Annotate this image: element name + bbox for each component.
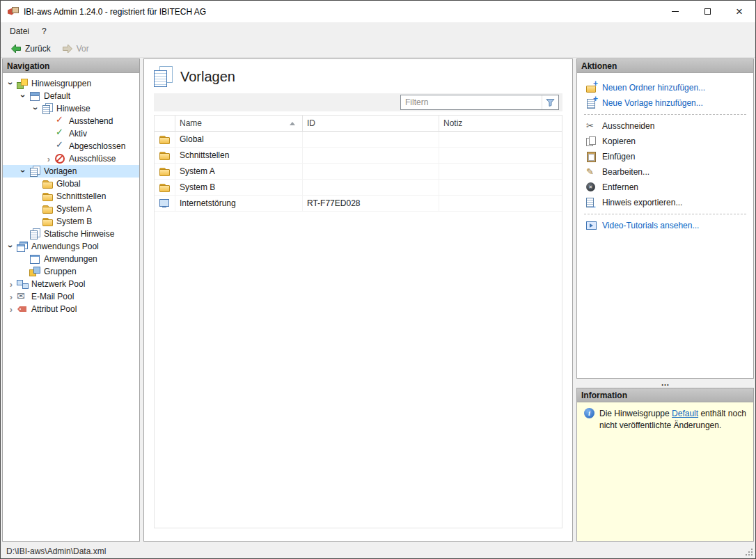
resize-grip[interactable] — [751, 554, 753, 556]
table-row-global[interactable]: Global — [155, 132, 562, 148]
templates-table: Name ID Notiz — [154, 115, 562, 528]
forward-button[interactable]: Vor — [58, 42, 93, 56]
column-label-name: Name — [180, 118, 202, 128]
folder-icon — [159, 150, 170, 161]
maximize-icon — [704, 8, 711, 15]
column-header-name[interactable]: Name — [175, 116, 303, 131]
table-row-system-a[interactable]: System A — [155, 164, 562, 180]
cell-notiz — [439, 148, 562, 163]
tree-item-label: E-Mail Pool — [29, 292, 76, 301]
filter-input[interactable] — [401, 96, 542, 109]
tree-item-default[interactable]: Default — [3, 90, 139, 102]
default-group-link[interactable]: Default — [672, 409, 698, 418]
tree-item-attribut-pool[interactable]: Attribut Pool — [3, 303, 139, 315]
minimize-button[interactable] — [659, 1, 691, 22]
tree-item-email-pool[interactable]: E-Mail Pool — [3, 290, 139, 303]
tree-item-abgeschlossen[interactable]: Abgeschlossen — [3, 140, 139, 152]
actions-header: Aktionen — [576, 58, 754, 72]
filter-funnel-icon[interactable] — [542, 95, 558, 109]
table-row-schnittstellen[interactable]: Schnittstellen — [155, 148, 562, 164]
tree-item-global[interactable]: Global — [3, 178, 139, 190]
action-cut[interactable]: Ausschneiden — [577, 118, 753, 134]
action-label: Einfügen — [602, 152, 635, 162]
video-icon — [585, 220, 597, 231]
email-pool-icon — [17, 291, 28, 302]
chevron-right-icon[interactable] — [6, 278, 17, 290]
chevron-down-icon[interactable] — [6, 241, 17, 252]
panel-splitter[interactable]: … — [576, 379, 754, 388]
action-edit[interactable]: Bearbeiten... — [577, 164, 753, 180]
tree-item-anwendungen[interactable]: Anwendungen — [3, 253, 139, 265]
chevron-right-icon[interactable] — [43, 153, 54, 164]
maximize-button[interactable] — [691, 1, 723, 22]
expander-placeholder — [43, 128, 54, 139]
tree-item-label: Hinweise — [54, 104, 93, 113]
tree-item-ausstehend[interactable]: Ausstehend — [3, 115, 139, 127]
chevron-right-icon[interactable] — [6, 291, 17, 302]
action-paste[interactable]: Einfügen — [577, 149, 753, 164]
main-column: Vorlagen — [143, 58, 573, 542]
tree-item-netzwerk-pool[interactable]: Netzwerk Pool — [3, 278, 139, 290]
chevron-right-icon[interactable] — [6, 304, 17, 315]
scissors-icon — [585, 120, 597, 132]
tree-item-system-b[interactable]: System B — [3, 215, 139, 228]
export-icon — [585, 197, 597, 208]
action-export-hint[interactable]: Hinweis exportieren... — [577, 195, 753, 210]
tree-item-ausschluesse[interactable]: Ausschlüsse — [3, 152, 139, 165]
tree-item-label: System B — [54, 216, 94, 226]
back-label: Zurück — [25, 44, 51, 54]
tree-item-aktiv[interactable]: Aktiv — [3, 127, 139, 140]
title-bar: IBI-aws Admin 1.24.0 - registriert für I… — [1, 1, 755, 22]
filter-box — [400, 95, 559, 110]
menu-item-help[interactable]: ? — [36, 22, 53, 40]
back-button[interactable]: Zurück — [6, 42, 55, 56]
menu-bar: Datei ? — [1, 22, 755, 40]
action-video-tutorials[interactable]: Video-Tutorials ansehen... — [577, 218, 753, 233]
page-header: Vorlagen — [144, 59, 572, 92]
separator — [584, 214, 746, 214]
tree-item-hinweisgruppen[interactable]: Hinweisgruppen — [3, 77, 139, 90]
chevron-down-icon[interactable] — [18, 90, 29, 102]
navigation-column: Navigation Hinweisgruppen Default Hinwei… — [2, 58, 140, 542]
chevron-down-icon[interactable] — [6, 78, 17, 89]
expander-placeholder — [43, 141, 54, 152]
right-column: Aktionen Neuen Ordner hinzufügen... Neue… — [576, 58, 754, 542]
cell-name: System A — [175, 164, 303, 179]
expander-placeholder — [18, 266, 29, 277]
column-label-id: ID — [307, 118, 315, 128]
tree-item-gruppen[interactable]: Gruppen — [3, 265, 139, 278]
tree-item-anwendungs-pool[interactable]: Anwendungs Pool — [3, 240, 139, 253]
column-header-icon — [155, 116, 175, 131]
tree-item-system-a[interactable]: System A — [3, 203, 139, 215]
tree-item-label: Schnittstellen — [54, 191, 108, 201]
column-header-notiz[interactable]: Notiz — [439, 116, 562, 131]
chevron-down-icon[interactable] — [31, 103, 42, 114]
action-copy[interactable]: Kopieren — [577, 134, 753, 149]
action-label: Neuen Ordner hinzufügen... — [602, 83, 705, 93]
menu-item-datei[interactable]: Datei — [3, 22, 36, 40]
column-header-id[interactable]: ID — [303, 116, 439, 131]
tree-item-label: Abgeschlossen — [67, 141, 127, 151]
forward-label: Vor — [77, 44, 89, 54]
filter-bar — [154, 93, 562, 111]
hinweise-icon — [42, 103, 53, 114]
tree-item-hinweise[interactable]: Hinweise — [3, 102, 139, 115]
group-icon — [29, 90, 40, 102]
tree-item-label: Aktiv — [67, 129, 89, 139]
action-new-folder[interactable]: Neuen Ordner hinzufügen... — [577, 80, 753, 95]
tree-item-label: Statische Hinweise — [42, 229, 116, 239]
content-area: Navigation Hinweisgruppen Default Hinwei… — [1, 58, 755, 544]
chevron-down-icon[interactable] — [18, 166, 29, 177]
tree-item-label: System A — [54, 204, 94, 214]
table-row-internetstoerung[interactable]: Internetstörung RT-F77ED028 — [155, 196, 562, 212]
close-icon — [736, 6, 743, 17]
table-row-system-b[interactable]: System B — [155, 180, 562, 196]
tree-item-vorlagen[interactable]: Vorlagen — [3, 165, 139, 178]
close-button[interactable] — [723, 1, 755, 22]
action-new-template[interactable]: Neue Vorlage hinzufügen... — [577, 95, 753, 111]
expander-placeholder — [31, 203, 42, 214]
action-remove[interactable]: Entfernen — [577, 180, 753, 195]
tree-item-statische-hinweise[interactable]: Statische Hinweise — [3, 228, 139, 240]
page-title: Vorlagen — [180, 69, 235, 85]
tree-item-schnittstellen[interactable]: Schnittstellen — [3, 190, 139, 203]
